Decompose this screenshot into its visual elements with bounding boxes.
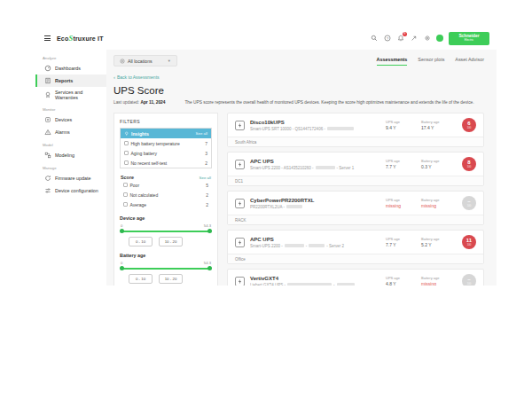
notification-badge: 9 xyxy=(403,32,408,37)
ups-device-icon xyxy=(235,121,245,130)
score-rows: Poor5Not calculated2Average2 xyxy=(120,180,212,209)
checkbox-icon[interactable] xyxy=(124,160,129,165)
insights-filter-group: Insights See all High battery temperatur… xyxy=(120,128,212,168)
checkbox-icon[interactable] xyxy=(123,192,128,197)
sidebar-item-services-and-warranties[interactable]: Services and Warranties xyxy=(35,87,106,103)
redacted-text xyxy=(337,283,355,286)
sidebar-section-label: Manage xyxy=(35,161,106,172)
filter-high-battery-temperature[interactable]: High battery temperature7 xyxy=(121,138,211,148)
filter-aging-battery[interactable]: Aging battery3 xyxy=(121,148,211,158)
sidebar-item-label: Firmware update xyxy=(55,176,90,181)
back-link[interactable]: ‹Back to Assessments xyxy=(113,74,160,80)
redacted-text xyxy=(286,205,302,208)
help-icon[interactable]: ? xyxy=(383,35,391,43)
checkbox-icon[interactable] xyxy=(124,151,129,155)
device-name[interactable]: APC UPS xyxy=(250,237,380,242)
sidebar-item-modeling[interactable]: Modeling xyxy=(35,149,106,161)
battery-age-range-input-2[interactable]: 10 - 20 xyxy=(159,274,183,284)
sidebar-item-label: Device configuration xyxy=(55,188,98,193)
redacted-text xyxy=(285,244,304,247)
device-card[interactable]: APC UPSSmart-UPS 2200 - AS1435210260 - -… xyxy=(227,152,484,186)
device-list: Disco10kUPSSmart-UPS SRT 10000 - QS14471… xyxy=(227,113,484,286)
sidebar-item-dashboards[interactable]: Dashboards xyxy=(35,62,106,74)
topbar: EcoStruxure IT ? 9 Schneider Electric xyxy=(35,27,497,50)
score-badge: –100 xyxy=(462,196,476,210)
device-name[interactable]: Disco10kUPS xyxy=(250,120,380,125)
filter-no-recent-self-test[interactable]: No recent self-test2 xyxy=(121,158,211,168)
redacted-text xyxy=(327,127,354,130)
device-card[interactable]: Disco10kUPSSmart-UPS SRT 10000 - QS14471… xyxy=(227,113,484,147)
stat-battery-age: Battery age0.3 Y xyxy=(421,159,451,170)
filter-poor[interactable]: Poor5 xyxy=(120,180,212,190)
device-card[interactable]: APC UPSSmart-UPS 2200 - - - Server 2UPS … xyxy=(227,230,484,264)
device-details: Smart-UPS 2200 - AS1435210260 - - Server… xyxy=(250,166,380,170)
stat-ups-age: UPS age4.8 Y xyxy=(386,276,416,286)
device-age-range-input-1[interactable]: 0 - 10 xyxy=(129,237,153,246)
slider-handle-min[interactable] xyxy=(120,229,124,233)
device-age-slider[interactable] xyxy=(120,229,212,233)
sidebar-item-label: Devices xyxy=(55,117,72,122)
menu-icon[interactable] xyxy=(43,34,52,43)
sidebar-item-alarms[interactable]: Alarms xyxy=(35,126,106,138)
sidebar-item-devices[interactable]: Devices xyxy=(35,113,106,126)
device-location: RACK xyxy=(228,215,483,224)
sidebar-section-label: Analyze xyxy=(35,51,106,62)
filter-label: Aging battery xyxy=(131,151,203,156)
firmware-icon xyxy=(44,175,51,182)
filter-label: Average xyxy=(130,202,204,207)
device-age-range-input-2[interactable]: 10 - 20 xyxy=(159,237,183,246)
slider-handle-max[interactable] xyxy=(207,266,212,270)
dashboards-icon xyxy=(44,65,51,72)
filter-label: High battery temperature xyxy=(131,141,203,146)
tab-asset-advisor[interactable]: Asset Advisor xyxy=(455,57,484,66)
schneider-electric-logo[interactable]: Schneider Electric xyxy=(449,32,489,45)
sidebar-section-label: Model xyxy=(35,138,106,149)
device-age-label: Device age xyxy=(120,215,212,221)
filter-count: 7 xyxy=(205,141,207,146)
filter-count: 2 xyxy=(206,202,208,207)
slider-handle-min[interactable] xyxy=(120,266,124,270)
device-card[interactable]: VertivGXT4Liebert GXT4 UPS - - UPS age4.… xyxy=(227,269,484,286)
settings-gear-icon[interactable] xyxy=(423,35,431,43)
tab-assessments[interactable]: Assessments xyxy=(377,57,408,66)
filter-count: 5 xyxy=(206,183,208,188)
sidebar-item-device-configuration[interactable]: Device configuration xyxy=(35,184,106,197)
filter-not-calculated[interactable]: Not calculated2 xyxy=(120,190,212,200)
slider-handle-max[interactable] xyxy=(207,229,212,233)
stat-ups-age: UPS age7.7 Y xyxy=(386,237,416,248)
ups-device-icon xyxy=(235,277,245,286)
device-location: Office xyxy=(228,254,483,263)
device-name[interactable]: VertivGXT4 xyxy=(250,276,380,281)
sidebar-item-label: Modeling xyxy=(55,153,74,158)
device-name[interactable]: CyberPowerPR2200RTXL xyxy=(250,198,380,203)
insights-see-all-link[interactable]: See all xyxy=(196,131,207,136)
checkbox-icon[interactable] xyxy=(123,183,128,187)
devices-icon xyxy=(44,116,51,123)
avatar[interactable] xyxy=(436,35,443,42)
page-description: The UPS score represents the overall hea… xyxy=(184,100,484,105)
device-card[interactable]: CyberPowerPR2200RTXLPR2200RTXL2UA - UPS … xyxy=(227,191,484,225)
notifications-icon[interactable]: 9 xyxy=(396,35,404,43)
location-icon xyxy=(120,59,125,64)
checkbox-icon[interactable] xyxy=(123,202,128,207)
stat-battery-age: Battery agemissing xyxy=(421,198,451,209)
checkbox-icon[interactable] xyxy=(124,141,129,145)
search-icon[interactable] xyxy=(370,35,378,43)
score-badge: 6100 xyxy=(462,118,476,132)
lightbulb-icon xyxy=(124,131,129,137)
svg-text:?: ? xyxy=(386,36,388,41)
battery-age-range-input-1[interactable]: 0 - 10 xyxy=(129,274,153,284)
feedback-icon[interactable] xyxy=(410,35,418,43)
location-selector[interactable]: All locations ▼ xyxy=(113,55,177,66)
back-arrow-icon: ‹ xyxy=(113,74,115,80)
sidebar-item-firmware-update[interactable]: Firmware update xyxy=(35,172,106,184)
battery-age-slider[interactable] xyxy=(120,266,212,270)
tab-sensor-plots[interactable]: Sensor plots xyxy=(418,57,444,66)
filter-average[interactable]: Average2 xyxy=(120,200,212,209)
redacted-text xyxy=(287,283,332,286)
device-name[interactable]: APC UPS xyxy=(250,159,380,164)
sidebar-item-reports[interactable]: Reports xyxy=(35,74,106,87)
stat-ups-age: UPS agemissing xyxy=(386,198,416,209)
score-see-all-link[interactable]: See all xyxy=(200,176,211,180)
services-icon xyxy=(44,91,51,98)
